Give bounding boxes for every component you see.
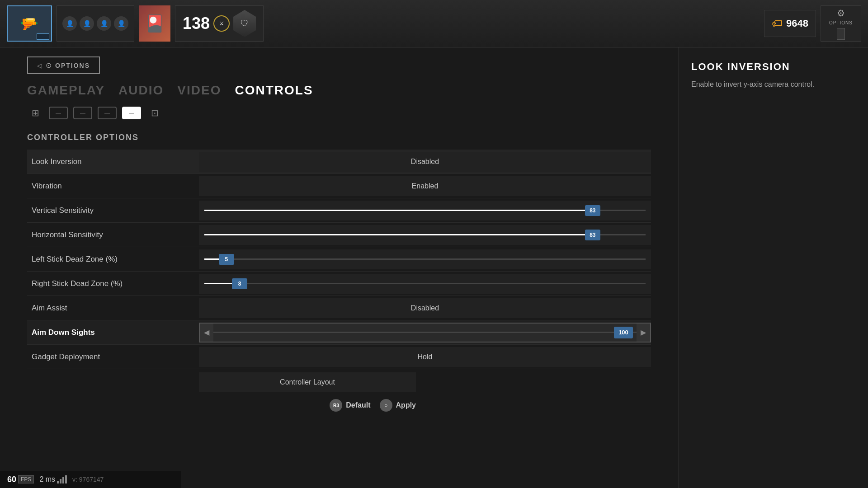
controller-indicator bbox=[837, 28, 845, 40]
setting-name-left-stick: Left Stick Dead Zone (%) bbox=[27, 255, 199, 264]
setting-value-gadget-deployment[interactable]: Hold bbox=[199, 347, 651, 367]
controller-layout-button[interactable]: Controller Layout bbox=[199, 372, 416, 392]
setting-row-right-stick[interactable]: Right Stick Dead Zone (%) 8 bbox=[27, 272, 651, 296]
setting-name-horizontal-sensitivity: Horizontal Sensitivity bbox=[27, 230, 199, 239]
setting-name-vibration: Vibration bbox=[27, 182, 199, 191]
setting-value-aim-assist[interactable]: Disabled bbox=[199, 298, 651, 318]
operator-card[interactable]: 🎴 bbox=[139, 5, 170, 42]
setting-name-gadget-deployment: Gadget Deployment bbox=[27, 352, 199, 361]
controller-tab-5[interactable]: ⊡ bbox=[146, 107, 163, 119]
setting-name-aim-assist: Aim Assist bbox=[27, 304, 199, 313]
setting-value-vibration[interactable]: Enabled bbox=[199, 176, 651, 196]
setting-row-gadget-deployment[interactable]: Gadget Deployment Hold bbox=[27, 345, 651, 369]
tab-controls[interactable]: CONTROLS bbox=[235, 83, 313, 98]
player-icon-1: 👤 bbox=[62, 16, 77, 31]
controller-tab-1[interactable]: — bbox=[49, 107, 68, 119]
controller-icons: ⊞ — — — — ⊡ bbox=[27, 107, 651, 119]
right-panel: LOOK INVERSION Enable to invert y-axis c… bbox=[678, 47, 868, 488]
slider-fill bbox=[204, 210, 593, 211]
settings-label: OPTIONS bbox=[829, 20, 853, 25]
tooltip-description: Enable to invert y-axis camera control. bbox=[691, 79, 855, 90]
status-bar: 60 FPS 2 ms v: 9767147 bbox=[0, 471, 181, 488]
fps-display: 60 FPS bbox=[7, 475, 34, 484]
controller-tab-2[interactable]: — bbox=[73, 107, 92, 119]
rank-icons: ⚔ bbox=[213, 15, 230, 32]
slider-left-stick[interactable]: 5 bbox=[199, 249, 651, 269]
section-title: CONTROLLER OPTIONS bbox=[27, 133, 651, 142]
apply-btn-icon: ○ bbox=[380, 399, 392, 412]
default-label: Default bbox=[346, 401, 370, 409]
tooltip-title: LOOK INVERSION bbox=[691, 61, 855, 73]
setting-name-vertical-sensitivity: Vertical Sensitivity bbox=[27, 206, 199, 215]
slider-fill-h bbox=[204, 234, 593, 235]
slider-thumb-vertical[interactable]: 83 bbox=[585, 205, 600, 216]
controller-icon-person[interactable]: ⊞ bbox=[27, 107, 43, 119]
level-number: 138 bbox=[183, 14, 210, 33]
options-icon: ⊙ bbox=[46, 61, 52, 70]
left-panel: ◁ ⊙ OPTIONS GAMEPLAY AUDIO VIDEO CONTROL… bbox=[0, 47, 678, 488]
tab-video[interactable]: VIDEO bbox=[177, 83, 221, 98]
default-btn-icon: R3 bbox=[330, 399, 342, 412]
setting-row-vibration[interactable]: Vibration Enabled bbox=[27, 174, 651, 198]
fps-badge: FPS bbox=[18, 475, 34, 483]
signal-bars-icon bbox=[57, 475, 67, 483]
setting-row-left-stick[interactable]: Left Stick Dead Zone (%) 5 bbox=[27, 247, 651, 272]
weapon-secondary bbox=[37, 33, 49, 40]
player-icons: 👤 👤 👤 👤 bbox=[57, 5, 134, 42]
level-badge: 138 ⚔ 🛡 bbox=[175, 5, 264, 42]
apply-button[interactable]: ○ Apply bbox=[380, 399, 416, 412]
currency-amount: 9648 bbox=[786, 18, 808, 29]
player-icon-4: 👤 bbox=[114, 16, 128, 31]
currency-icon: 🏷 bbox=[772, 17, 783, 30]
weapon-slot[interactable]: 🔫 bbox=[7, 5, 52, 42]
setting-row-horizontal-sensitivity[interactable]: Horizontal Sensitivity 83 bbox=[27, 223, 651, 247]
slider-right-stick[interactable]: 8 bbox=[199, 274, 651, 294]
settings-button[interactable]: ⚙ OPTIONS bbox=[821, 5, 861, 42]
player-icon-2: 👤 bbox=[80, 16, 94, 31]
apply-label: Apply bbox=[396, 401, 416, 409]
bottom-actions: R3 Default ○ Apply bbox=[27, 399, 416, 412]
back-button[interactable]: ◁ ⊙ OPTIONS bbox=[27, 56, 100, 74]
setting-value-look-inversion[interactable]: Disabled bbox=[199, 152, 651, 172]
slider-thumb-left-stick[interactable]: 5 bbox=[219, 254, 234, 265]
slider-vertical-sensitivity[interactable]: 83 bbox=[199, 201, 651, 221]
ads-arrow-right[interactable]: ▶ bbox=[637, 324, 650, 342]
weapon-icon: 🔫 bbox=[20, 15, 38, 32]
ads-arrow-left[interactable]: ◀ bbox=[200, 324, 213, 342]
slider-track: 83 bbox=[204, 210, 646, 211]
main-content: ◁ ⊙ OPTIONS GAMEPLAY AUDIO VIDEO CONTROL… bbox=[0, 47, 868, 488]
slider-horizontal-sensitivity[interactable]: 83 bbox=[199, 225, 651, 245]
slider-thumb-horizontal[interactable]: 83 bbox=[585, 230, 600, 240]
ads-value-container[interactable]: ◀ 100 ▶ bbox=[199, 323, 651, 343]
ads-track: 100 bbox=[213, 324, 637, 342]
default-button[interactable]: R3 Default bbox=[330, 399, 370, 412]
currency-display: 🏷 9648 bbox=[764, 10, 816, 37]
top-bar: 🔫 👤 👤 👤 👤 🎴 138 ⚔ 🛡 🏷 9648 ⚙ OPTIONS bbox=[0, 0, 868, 47]
controller-layout-row: Controller Layout bbox=[27, 370, 651, 394]
controller-tab-4[interactable]: — bbox=[122, 107, 141, 119]
back-arrow-icon: ◁ bbox=[37, 62, 42, 69]
tab-gameplay[interactable]: GAMEPLAY bbox=[27, 83, 105, 98]
version-text: v: 9767147 bbox=[72, 476, 104, 483]
ads-track-line bbox=[213, 332, 637, 333]
tab-audio[interactable]: AUDIO bbox=[118, 83, 164, 98]
settings-list: Look Inversion Disabled Vibration Enable… bbox=[27, 150, 651, 369]
player-icon-3: 👤 bbox=[97, 16, 111, 31]
controller-tab-3[interactable]: — bbox=[98, 107, 117, 119]
setting-name-right-stick: Right Stick Dead Zone (%) bbox=[27, 279, 199, 288]
setting-name-aim-down-sights: Aim Down Sights bbox=[27, 328, 199, 337]
slider-track-h: 83 bbox=[204, 234, 646, 235]
back-label: OPTIONS bbox=[55, 62, 90, 69]
slider-thumb-right-stick[interactable]: 8 bbox=[232, 278, 247, 289]
setting-row-aim-assist[interactable]: Aim Assist Disabled bbox=[27, 296, 651, 320]
rank-icon: ⚔ bbox=[213, 15, 230, 32]
setting-row-aim-down-sights[interactable]: Aim Down Sights ◀ 100 ▶ bbox=[27, 320, 651, 345]
nav-tabs: GAMEPLAY AUDIO VIDEO CONTROLS bbox=[27, 83, 651, 98]
gear-icon: ⚙ bbox=[837, 8, 845, 19]
rank-shield: 🛡 bbox=[233, 10, 256, 37]
setting-row-look-inversion[interactable]: Look Inversion Disabled bbox=[27, 150, 651, 174]
ping-display: 2 ms bbox=[39, 475, 67, 483]
setting-row-vertical-sensitivity[interactable]: Vertical Sensitivity 83 bbox=[27, 198, 651, 223]
slider-track-ls: 5 bbox=[204, 258, 646, 260]
ads-thumb[interactable]: 100 bbox=[614, 327, 633, 338]
